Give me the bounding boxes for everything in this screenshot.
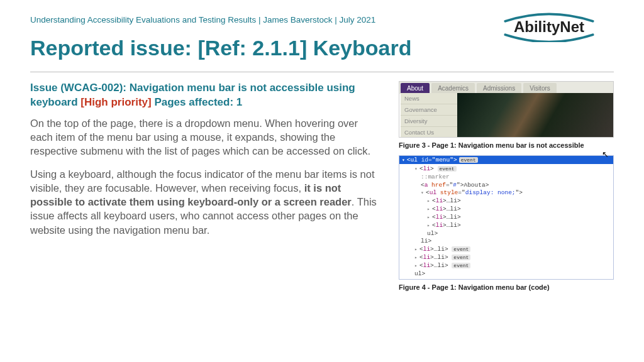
triangle-down-icon: ▾ <box>402 157 405 163</box>
figure-4: ▾ <ul id="menu"> event ▾<li> event::mark… <box>399 155 614 291</box>
code-row: ▸<li>…li> <box>408 214 613 222</box>
logo: AbilityNet <box>489 10 609 45</box>
code-row: ▾<li> event <box>408 165 613 173</box>
figure-4-code: ▾ <ul id="menu"> event ▾<li> event::mark… <box>399 155 614 280</box>
banner-photo <box>457 93 613 137</box>
code-row: ▸<li>…li> <box>408 197 613 206</box>
code-body: ▾<li> event::marker<a href="#">Abouta>▾<… <box>399 164 613 279</box>
submenu-item: News <box>401 93 457 104</box>
code-selected-row: ▾ <ul id="menu"> event <box>399 156 613 164</box>
submenu-item: Contact Us <box>401 127 457 138</box>
code-row: ▸<li>…li> <box>408 222 613 230</box>
submenu-item: Governance <box>401 104 457 116</box>
submenu-item: Diversity <box>401 116 457 127</box>
code-row: ▾<ul style="display: none;"> <box>408 189 613 197</box>
code-row: ::marker <box>408 173 613 182</box>
cursor-icon: ↖ <box>602 150 609 159</box>
left-column: Issue (WCAG-002): Navigation menu bar is… <box>30 81 382 297</box>
event-badge: event <box>459 157 478 163</box>
code-row: ul> <box>408 270 613 278</box>
nav-tab-about: About <box>401 83 430 94</box>
code-row: ▸<li>…li> event <box>408 262 613 270</box>
nav-tab-academics: Academics <box>431 83 475 94</box>
code-row: ul> <box>408 230 613 238</box>
figure-3-caption: Figure 3 - Page 1: Navigation menu bar i… <box>399 141 614 149</box>
issue-tail: Pages affected: 1 <box>154 96 242 108</box>
code-row: ▸<li>…li> event <box>408 246 613 254</box>
slide: Understanding Accessibility Evaluations … <box>0 0 644 362</box>
paragraph-2: Using a keyboard, although the focus ind… <box>30 167 382 237</box>
content-columns: Issue (WCAG-002): Navigation menu bar is… <box>30 81 614 297</box>
code-row: ▸<li>…li> <box>408 206 613 214</box>
code-row: li> <box>408 238 613 246</box>
code-row: ▸<li>…li> event <box>408 254 613 262</box>
figure-3: About Academics Admissions Visitors News… <box>399 81 614 149</box>
logo-text: AbilityNet <box>514 18 584 35</box>
paragraph-1: On the top of the page, there is a dropd… <box>30 116 382 158</box>
figure-3-screenshot: About Academics Admissions Visitors News… <box>399 81 614 138</box>
nav-tab-visitors: Visitors <box>523 83 557 94</box>
figure-4-caption: Figure 4 - Page 1: Navigation menu bar (… <box>399 283 614 291</box>
nav-tabs: About Academics Admissions Visitors <box>399 82 613 94</box>
code-row: <a href="#">Abouta> <box>408 182 613 190</box>
nav-tab-admissions: Admissions <box>477 83 521 94</box>
right-column: About Academics Admissions Visitors News… <box>399 81 614 297</box>
divider <box>30 72 614 72</box>
submenu: News Governance Diversity Contact Us <box>401 93 457 138</box>
issue-priority: [High priority] <box>80 96 154 108</box>
issue-heading: Issue (WCAG-002): Navigation menu bar is… <box>30 81 382 110</box>
